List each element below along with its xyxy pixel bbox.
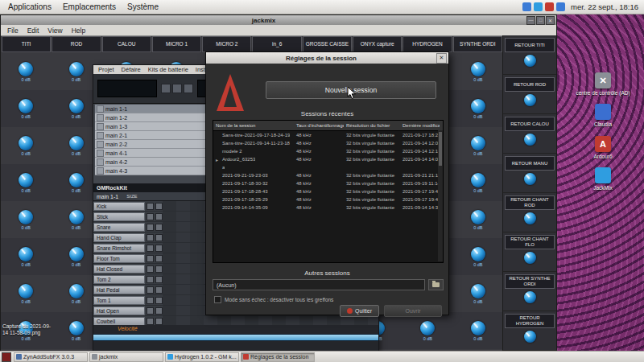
panel-menu-item[interactable]: Emplacements [58, 2, 121, 12]
pattern-row[interactable]: main 4-1 [95, 149, 206, 158]
matrix-knob[interactable] [19, 173, 33, 187]
menu-item[interactable]: Défaire [118, 66, 144, 73]
session-row[interactable]: ▸Ardour2_63253 48 kHz 32 bits virgule fl… [213, 155, 443, 163]
menu-item[interactable]: Edit [23, 27, 43, 35]
matrix-knob[interactable] [19, 136, 33, 150]
solo-button[interactable] [155, 224, 163, 231]
solo-button[interactable] [155, 255, 163, 262]
pattern-play-icon[interactable] [97, 132, 104, 139]
channel-header[interactable]: HYDROGEN [402, 36, 452, 52]
task-button[interactable]: jackmix [89, 352, 163, 362]
solo-button[interactable] [155, 265, 163, 273]
instrument-name-button[interactable]: Stick [93, 212, 145, 221]
channel-header[interactable]: TITI [2, 36, 51, 52]
return-knob[interactable] [524, 134, 536, 146]
close-button[interactable]: ✕ [546, 16, 555, 25]
channel-header[interactable]: GROSSE CAISSE [303, 36, 352, 52]
channel-header[interactable]: SYNTHE ORDI [453, 36, 502, 52]
mute-button[interactable] [147, 203, 154, 210]
matrix-knob[interactable] [69, 173, 84, 187]
panel-menu-item[interactable]: Applications [3, 2, 56, 12]
taskbar-menu-icon[interactable] [2, 352, 11, 362]
matrix-knob[interactable] [471, 136, 485, 150]
return-knob[interactable] [524, 331, 536, 343]
solo-button[interactable] [155, 286, 163, 294]
pattern-row[interactable]: main 1-2 [95, 113, 206, 122]
solo-button[interactable] [155, 318, 163, 325]
matrix-knob[interactable] [471, 247, 485, 261]
pattern-play-icon[interactable] [97, 123, 104, 130]
matrix-knob[interactable] [19, 99, 33, 113]
pattern-play-icon[interactable] [97, 105, 104, 113]
clock[interactable]: mer. 22 sept., 18:16 [568, 2, 641, 11]
matrix-knob[interactable] [19, 247, 33, 261]
channel-header[interactable]: CALOU [102, 36, 151, 52]
task-button[interactable]: Réglages de la session [241, 352, 315, 362]
pattern-row[interactable]: main 4-2 [95, 158, 206, 167]
mute-button[interactable] [147, 213, 154, 220]
session-row[interactable]: ▸2021-09-17-18-30-32 48 kHz 32 bits virg… [213, 179, 443, 187]
table-scrollbar[interactable] [438, 130, 443, 261]
maximize-button[interactable]: □ [536, 16, 545, 25]
solo-button[interactable] [155, 234, 163, 241]
session-row[interactable]: ▸Sans-titre-2021-09-17-18-24-19 48 kHz 3… [213, 131, 443, 139]
instrument-name-button[interactable]: Snare [93, 223, 145, 232]
menu-item[interactable]: Kits de batterie [145, 66, 192, 73]
return-knob[interactable] [524, 252, 536, 264]
minimize-button[interactable]: — [526, 16, 535, 25]
instrument-name-button[interactable]: Hand Clap [93, 233, 145, 242]
pattern-play-icon[interactable] [97, 158, 104, 166]
task-button[interactable]: ZynAddSubFX 3.0.3 [14, 352, 88, 362]
solo-button[interactable] [155, 203, 163, 210]
channel-header[interactable]: in_6 [252, 36, 301, 52]
solo-button[interactable] [155, 213, 163, 220]
stop-button[interactable] [172, 84, 182, 93]
network-icon[interactable] [534, 2, 543, 11]
pattern-row[interactable]: main 1-3 [95, 122, 206, 131]
matrix-knob[interactable] [69, 210, 84, 224]
session-row[interactable]: ▸a [213, 163, 443, 171]
menu-item[interactable]: Projet [95, 66, 118, 73]
desktop-file-label[interactable]: Capture du 2021-09-14 11-58-09.png [2, 323, 56, 336]
pattern-row[interactable]: main 2-2 [95, 140, 206, 149]
pattern-ruler[interactable] [93, 334, 378, 341]
close-icon[interactable]: ✕ [436, 53, 447, 64]
instrument-name-button[interactable]: Hat Open [93, 306, 145, 315]
menu-item[interactable]: File [3, 27, 23, 35]
solo-button[interactable] [155, 245, 163, 252]
channel-header[interactable]: MICRO 2 [202, 36, 251, 52]
matrix-knob[interactable] [19, 210, 33, 224]
session-row[interactable]: ▸modele 2 48 kHz 32 bits virgule flottan… [213, 147, 443, 155]
matrix-knob[interactable] [69, 99, 84, 113]
pattern-play-icon[interactable] [97, 141, 104, 148]
matrix-knob[interactable] [471, 321, 485, 335]
pattern-play-icon[interactable] [97, 167, 104, 175]
session-select[interactable]: (Aucun) [213, 279, 425, 290]
instrument-name-button[interactable]: Snare Rimshot [93, 244, 145, 253]
dialog-titlebar[interactable]: Réglages de la session ✕ [206, 52, 448, 64]
matrix-knob[interactable] [19, 62, 33, 76]
matrix-knob[interactable] [471, 173, 485, 187]
return-knob[interactable] [524, 212, 536, 224]
play-button[interactable] [161, 84, 171, 93]
matrix-knob[interactable] [69, 247, 84, 261]
scrollbar-thumb[interactable] [439, 132, 442, 166]
pattern-row[interactable]: main 2-1 [95, 131, 206, 140]
panel-menu-item[interactable]: Système [122, 2, 163, 12]
return-knob[interactable] [524, 94, 536, 106]
matrix-knob[interactable] [471, 99, 485, 113]
solo-button[interactable] [155, 307, 163, 315]
browse-button[interactable] [428, 279, 444, 290]
mute-button[interactable] [147, 297, 154, 304]
menu-item[interactable]: View [43, 27, 66, 35]
channel-header[interactable]: ONYX capture [353, 36, 402, 52]
instrument-name-button[interactable]: Hat Closed [93, 265, 145, 274]
solo-button[interactable] [155, 297, 163, 304]
desktop-icon[interactable]: A Ardour6 [573, 136, 633, 159]
pattern-row[interactable]: main 1-1 [95, 105, 206, 113]
channel-header[interactable]: MICRO 1 [152, 36, 201, 52]
channel-header[interactable]: ROD [52, 36, 101, 52]
pattern-play-icon[interactable] [97, 150, 104, 157]
volume-icon[interactable] [522, 2, 531, 11]
mute-button[interactable] [147, 255, 154, 262]
